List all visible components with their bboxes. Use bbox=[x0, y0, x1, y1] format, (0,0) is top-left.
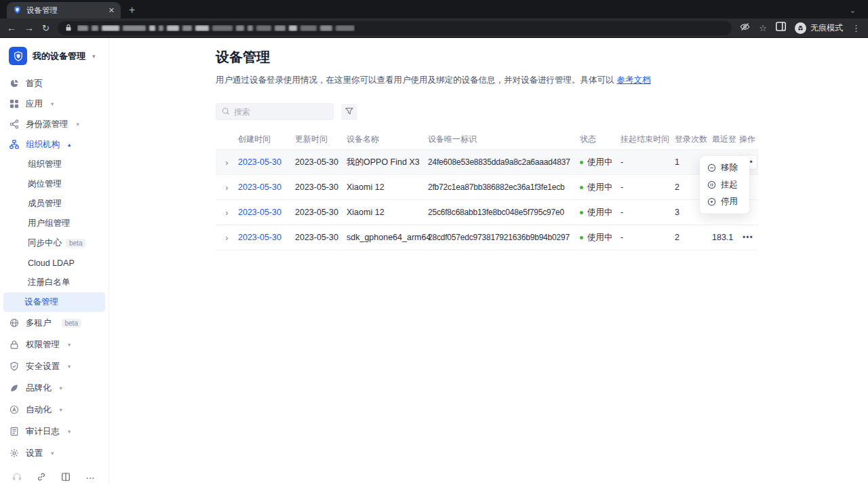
updated-date: 2023-05-30 bbox=[295, 208, 347, 217]
reference-doc-link[interactable]: 参考文档 bbox=[617, 75, 651, 85]
table-row[interactable]: › 2023-05-30 2023-05-30 sdk_gphone64_arm… bbox=[216, 225, 758, 250]
created-date-link[interactable]: 2023-05-30 bbox=[238, 157, 295, 167]
sidebar-item-post-management[interactable]: 岗位管理 bbox=[3, 174, 105, 194]
updated-date: 2023-05-30 bbox=[295, 182, 347, 192]
sidebar-item-cloud-ldap[interactable]: Cloud LDAP bbox=[3, 253, 105, 273]
ellipsis-icon[interactable]: ⋮ bbox=[85, 473, 96, 483]
column-header[interactable]: 登录次数 bbox=[675, 134, 712, 145]
browser-menu-icon[interactable]: ⋮ bbox=[852, 23, 861, 33]
column-header[interactable]: 设备唯一标识 bbox=[428, 134, 580, 145]
search-box[interactable] bbox=[216, 103, 334, 120]
row-expander-icon[interactable]: › bbox=[216, 233, 238, 243]
sidebar-item-label: 权限管理 bbox=[26, 339, 60, 351]
sidebar-item-automation[interactable]: 自动化 ▾ bbox=[0, 399, 108, 421]
sidebar-item-audit-logs[interactable]: 审计日志 ▾ bbox=[0, 421, 108, 442]
browser-tab[interactable]: 设备管理 ✕ bbox=[7, 2, 121, 18]
menu-item-remove[interactable]: 移除 bbox=[700, 159, 749, 176]
beta-badge: beta bbox=[62, 319, 81, 328]
row-expander-icon[interactable]: › bbox=[216, 157, 238, 168]
back-button[interactable]: ← bbox=[7, 23, 16, 33]
minus-circle-icon bbox=[707, 163, 716, 172]
device-name: 我的OPPO Find X3 bbox=[347, 157, 428, 168]
new-tab-button[interactable]: + bbox=[129, 2, 135, 18]
chevron-down-icon: ▾ bbox=[60, 406, 62, 413]
link-icon[interactable] bbox=[37, 472, 46, 484]
reload-button[interactable]: ↻ bbox=[42, 24, 50, 33]
status-badge: 使用中 bbox=[580, 157, 620, 168]
sidebar-item-label: 多租户 bbox=[26, 317, 52, 329]
sidebar-item-member-management[interactable]: 成员管理 bbox=[3, 194, 105, 214]
browser-chrome: 设备管理 ✕ + ⌄ ← → ↻ ☆ bbox=[0, 0, 868, 38]
org-tree-icon bbox=[9, 140, 20, 149]
sidebar-item-sync-center[interactable]: 同步中心beta bbox=[3, 233, 105, 253]
status-dot bbox=[580, 161, 583, 164]
bookmark-star-icon[interactable]: ☆ bbox=[759, 23, 767, 33]
chevron-down-icon: ▾ bbox=[51, 100, 54, 107]
created-date-link[interactable]: 2023-05-30 bbox=[238, 233, 295, 242]
redacted-url bbox=[77, 25, 355, 31]
headset-icon[interactable] bbox=[12, 472, 22, 484]
filter-button[interactable] bbox=[341, 104, 357, 120]
column-header[interactable]: 挂起结束时间 bbox=[620, 134, 675, 145]
address-bar[interactable] bbox=[58, 21, 732, 35]
sidebar-item-multi-tenant[interactable]: 多租户 beta bbox=[0, 312, 108, 334]
column-header[interactable]: 设备名称 bbox=[347, 134, 428, 145]
recent-login: 183.1 bbox=[712, 233, 739, 242]
menu-item-suspend[interactable]: 挂起 bbox=[700, 176, 749, 193]
sidebar-item-organization[interactable]: 组织机构 ▴ bbox=[0, 134, 108, 155]
table-row[interactable]: › 2023-05-30 2023-05-30 Xiaomi 12 2fb72c… bbox=[216, 175, 758, 200]
menu-item-disable[interactable]: 停用 bbox=[700, 193, 749, 210]
workspace-name: 我的设备管理 bbox=[33, 50, 85, 62]
chevron-down-icon: ▾ bbox=[68, 428, 71, 435]
row-actions-button[interactable]: ••• bbox=[739, 231, 757, 244]
column-header[interactable]: 最近登 bbox=[712, 134, 739, 145]
tab-close-icon[interactable]: ✕ bbox=[108, 6, 115, 15]
sidebar-item-branding[interactable]: 品牌化 ▾ bbox=[0, 377, 108, 399]
sidebar-item-home[interactable]: 首页 bbox=[0, 73, 108, 94]
book-icon[interactable] bbox=[61, 472, 71, 484]
created-date-link[interactable]: 2023-05-30 bbox=[238, 182, 295, 192]
row-expander-icon[interactable]: › bbox=[216, 208, 238, 218]
sidebar-item-org-management[interactable]: 组织管理 bbox=[3, 155, 105, 174]
dot-circle-icon bbox=[707, 197, 716, 206]
device-uid: 2fb72c1ea87bb386882ec36a1f3fe1ecb bbox=[428, 182, 580, 192]
search-input[interactable] bbox=[234, 107, 322, 117]
column-header[interactable]: 创建时间 bbox=[238, 134, 295, 145]
status-badge: 使用中 bbox=[580, 232, 620, 244]
sidebar-item-apps[interactable]: 应用 ▾ bbox=[0, 94, 108, 114]
sidebar-item-security[interactable]: 安全设置 ▾ bbox=[0, 355, 108, 377]
column-header[interactable]: 状态 bbox=[580, 134, 620, 145]
sidebar-item-user-group-management[interactable]: 用户组管理 bbox=[3, 214, 105, 233]
status-dot bbox=[580, 211, 583, 214]
tab-search-chevron-icon[interactable]: ⌄ bbox=[850, 6, 856, 15]
row-actions-menu: 移除 挂起 停用 bbox=[700, 156, 749, 214]
sidebar-footer: ⋮ bbox=[0, 464, 108, 485]
table-row[interactable]: › 2023-05-30 2023-05-30 Xiaomi 12 25c6f8… bbox=[216, 200, 758, 225]
status-dot bbox=[580, 186, 583, 189]
login-count: 2 bbox=[675, 233, 712, 242]
eye-off-icon[interactable] bbox=[740, 22, 750, 35]
sidebar-item-identity-sources[interactable]: 身份源管理 ▾ bbox=[0, 114, 108, 134]
sidebar-item-permissions[interactable]: 权限管理 ▾ bbox=[0, 334, 108, 355]
suspend-end: - bbox=[620, 233, 675, 242]
sidebar-item-label: 身份源管理 bbox=[26, 119, 68, 130]
page-description: 用户通过设备登录使用情况，在这里你可以查看用户使用及绑定的设备信息，并对设备进行… bbox=[216, 75, 758, 86]
row-expander-icon[interactable]: › bbox=[216, 182, 238, 193]
device-name: sdk_gphone64_arm64 bbox=[347, 233, 428, 242]
workspace-switcher[interactable]: 我的设备管理 ▾ bbox=[0, 44, 108, 73]
table-row[interactable]: › 2023-05-30 2023-05-30 我的OPPO Find X3 2… bbox=[216, 150, 758, 175]
forward-button[interactable]: → bbox=[24, 23, 34, 33]
sidebar-item-settings[interactable]: 设置 ▾ bbox=[0, 442, 108, 464]
column-header[interactable]: 更新时间 bbox=[295, 134, 347, 145]
incognito-badge: 无痕模式 bbox=[795, 22, 843, 34]
chevron-down-icon: ▾ bbox=[77, 121, 79, 128]
gear-icon bbox=[9, 448, 20, 458]
pie-chart-icon bbox=[9, 79, 20, 88]
side-panel-icon[interactable] bbox=[776, 22, 786, 34]
grid-icon bbox=[9, 99, 20, 109]
column-header: 操作 bbox=[739, 134, 758, 145]
created-date-link[interactable]: 2023-05-30 bbox=[238, 208, 295, 217]
incognito-spy-icon bbox=[795, 22, 806, 34]
sidebar-item-device-management[interactable]: 设备管理 bbox=[3, 292, 105, 312]
sidebar-item-registration-whitelist[interactable]: 注册白名单 bbox=[3, 273, 105, 292]
